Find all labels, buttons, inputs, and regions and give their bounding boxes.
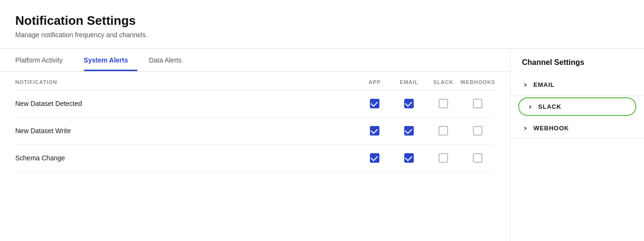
checkbox-email-row1[interactable] (392, 126, 426, 136)
checkbox-slack-row2[interactable] (426, 153, 460, 163)
notification-name: New Dataset Detected (15, 100, 358, 107)
col-header-app: APP (358, 79, 392, 85)
table-row: New Dataset Write (15, 117, 495, 145)
sidebar-title: Channel Settings (511, 58, 644, 74)
col-header-webhooks: WEBHOOKS (460, 79, 495, 85)
main-layout: Platform Activity System Alerts Data Ale… (0, 49, 644, 241)
tab-system-alerts[interactable]: System Alerts (84, 49, 138, 71)
page-subtitle: Manage notification frequency and channe… (15, 31, 629, 39)
checkbox-slack-row0[interactable] (426, 99, 460, 108)
chevron-right-icon (527, 104, 533, 110)
col-header-slack: SLACK (426, 79, 460, 85)
notification-name: Schema Change (15, 154, 358, 162)
checkbox-slack-row1[interactable] (426, 126, 460, 136)
sidebar-item-label-webhook: WEBHOOK (533, 125, 569, 132)
sidebar-item-slack[interactable]: SLACK (518, 97, 636, 116)
checkbox-webhooks-row2[interactable] (460, 153, 495, 163)
tab-platform-activity[interactable]: Platform Activity (15, 49, 72, 71)
checkbox-unchecked-icon[interactable] (439, 153, 448, 163)
checkbox-unchecked-icon[interactable] (439, 126, 448, 136)
sidebar-item-webhook[interactable]: WEBHOOK (511, 118, 644, 139)
checkbox-webhooks-row0[interactable] (460, 99, 495, 108)
channel-settings-sidebar: Channel Settings EMAIL SLACK (511, 49, 644, 241)
checkbox-email-row2[interactable] (392, 153, 426, 163)
table-container: NOTIFICATION APP EMAIL SLACK WEBHOOKS Ne… (0, 72, 510, 241)
chevron-right-icon (522, 82, 529, 88)
checkbox-unchecked-icon[interactable] (473, 99, 482, 108)
checkbox-checked-icon[interactable] (404, 153, 414, 163)
col-header-notification: NOTIFICATION (15, 79, 358, 85)
checkbox-webhooks-row1[interactable] (460, 126, 495, 136)
table-header-row: NOTIFICATION APP EMAIL SLACK WEBHOOKS (15, 72, 495, 90)
col-header-email: EMAIL (392, 79, 426, 85)
checkbox-checked-icon[interactable] (370, 153, 379, 163)
sidebar-item-label-email: EMAIL (533, 81, 554, 88)
tabs-row: Platform Activity System Alerts Data Ale… (0, 49, 510, 72)
checkbox-checked-icon[interactable] (370, 99, 379, 108)
checkbox-app-row1[interactable] (358, 126, 392, 136)
checkbox-unchecked-icon[interactable] (473, 126, 482, 136)
checkbox-checked-icon[interactable] (404, 99, 414, 108)
notification-name: New Dataset Write (15, 127, 358, 135)
checkbox-email-row0[interactable] (392, 99, 426, 108)
content-area: Platform Activity System Alerts Data Ale… (0, 49, 511, 241)
sidebar-item-email[interactable]: EMAIL (511, 74, 644, 95)
table-row: Schema Change (15, 145, 495, 172)
checkbox-app-row2[interactable] (358, 153, 392, 163)
checkbox-app-row0[interactable] (358, 99, 392, 108)
chevron-right-icon (522, 125, 529, 132)
checkbox-unchecked-icon[interactable] (439, 99, 448, 108)
checkbox-checked-icon[interactable] (404, 126, 414, 136)
sidebar-item-label-slack: SLACK (538, 103, 562, 110)
tab-data-alerts[interactable]: Data Alerts (149, 49, 191, 71)
table-row: New Dataset Detected (15, 90, 495, 117)
page-title: Notification Settings (15, 13, 629, 28)
page-header: Notification Settings Manage notificatio… (0, 0, 644, 49)
checkbox-unchecked-icon[interactable] (473, 153, 482, 163)
checkbox-checked-icon[interactable] (370, 126, 379, 136)
